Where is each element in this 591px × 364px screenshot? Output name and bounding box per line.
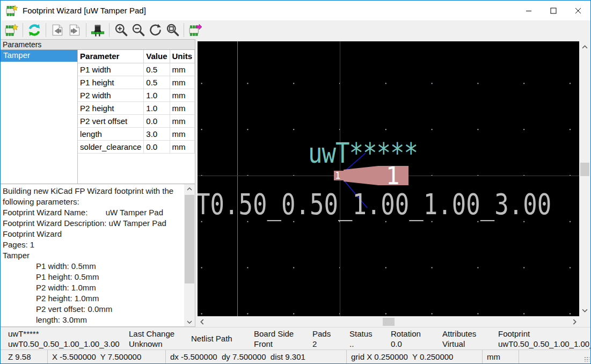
param-value-cell[interactable]: 1.0 [144, 89, 170, 101]
regenerate-footprint-button[interactable] [26, 22, 43, 38]
resize-grip[interactable] [584, 356, 589, 362]
wizard-page-list[interactable]: Tamper [1, 50, 78, 184]
status-field-rotation: Rotation 0.0 [391, 327, 442, 350]
status-field-reference: uwT***** uwT0.50_0.50_1.00_1.00_3.00 [8, 327, 129, 350]
scroll-up-arrow-icon[interactable] [579, 42, 590, 52]
message-line: P2 vert offset: 0.0mm [3, 304, 182, 315]
parameters-body: Tamper Parameter Value Units P1 width 0.… [1, 50, 195, 184]
zoom-fit-icon [165, 23, 180, 37]
scroll-down-arrow-icon[interactable] [184, 317, 194, 326]
footprint-reference-text[interactable]: uwT***** [308, 137, 418, 169]
page-item-tamper[interactable]: Tamper [1, 50, 77, 62]
parameter-table: Parameter Value Units P1 width 0.5 mm P1… [78, 50, 195, 184]
status-label: Rotation [391, 329, 442, 339]
toolbar-separator [46, 23, 46, 37]
left-panel: Parameters Tamper Parameter Value Units … [1, 39, 195, 327]
message-line: Footprint Wizard [3, 229, 182, 239]
scrollbar-thumb[interactable] [383, 318, 395, 326]
table-row: P2 width 1.0 mm [78, 89, 194, 101]
status-label: Board Side [254, 329, 312, 339]
zoom-out-button[interactable] [129, 22, 147, 38]
maximize-button[interactable] [541, 1, 566, 20]
zoom-in-button[interactable] [112, 22, 129, 38]
main-area: Parameters Tamper Parameter Value Units … [1, 39, 590, 327]
scroll-down-arrow-icon[interactable] [579, 306, 590, 315]
param-value-cell[interactable]: 0.0 [144, 114, 170, 127]
scrollbar-thumb[interactable] [185, 195, 194, 283]
preview-area: uwT***** T0.50_0.50_1.00_1.00_3.00 1 1 [195, 39, 590, 327]
status-field-footprint: Footprint uwT0.50_0.50_1.00_1.00_3.00 [498, 327, 590, 350]
toolbar-separator [184, 23, 184, 37]
show-footprint-button[interactable] [89, 22, 106, 38]
message-scrollbar[interactable] [184, 184, 195, 326]
status-zoom: Z 9.58 [1, 350, 48, 363]
title-bar[interactable]: Footprint Wizard [uW Tamper Pad] [1, 1, 590, 20]
status-relative-position: dx -5.500000 dy 7.500000 dist 9.301 [166, 350, 347, 363]
param-name-cell: P1 width [78, 63, 144, 76]
param-value-cell[interactable]: 3.0 [144, 127, 170, 140]
column-header-value: Value [144, 50, 170, 63]
toolbar-separator [23, 23, 23, 37]
canvas-hscrollbar[interactable] [198, 317, 579, 327]
status-value: .. [349, 339, 391, 349]
select-wizard-button[interactable] [3, 22, 20, 38]
message-line: following parameters: [3, 196, 182, 207]
param-value-cell[interactable]: 0.5 [144, 76, 170, 89]
scroll-up-arrow-icon[interactable] [184, 184, 194, 193]
param-units-cell: mm [170, 101, 195, 114]
status-grid: grid X 0.250000 Y 0.250000 [347, 350, 483, 363]
status-field-netlist-path: Netlist Path [191, 327, 254, 350]
zoom-in-icon [114, 23, 128, 37]
status-field-status: Status .. [349, 327, 391, 350]
status-label: Last Change [129, 329, 191, 339]
previous-page-button[interactable] [49, 22, 66, 38]
status-value: uwT0.50_0.50_1.00_1.00_3.00 [498, 339, 590, 349]
minimize-button[interactable] [516, 1, 541, 20]
scrollbar-corner [579, 316, 590, 327]
cursor-status-bar: Z 9.58 X -5.500000 Y 7.500000 dx -5.5000… [1, 350, 590, 363]
scrollbar-thumb[interactable] [580, 163, 589, 176]
param-value-cell[interactable]: 0.5 [144, 63, 170, 76]
param-units-cell: mm [170, 140, 195, 153]
status-label: Footprint [498, 329, 590, 339]
next-page-button[interactable] [66, 22, 83, 38]
zoom-out-icon [131, 23, 145, 37]
status-value: Front [254, 339, 312, 349]
param-value-cell[interactable]: 1.0 [144, 101, 170, 114]
zoom-fit-button[interactable] [164, 22, 181, 38]
message-line: length: 3.0mm [3, 315, 182, 325]
status-field-board-side: Board Side Front [254, 327, 312, 350]
footprint-wizard-window: Footprint Wizard [uW Tamper Pad] [0, 0, 591, 364]
param-units-cell: mm [170, 127, 195, 140]
table-row: P1 width 0.5 mm [78, 63, 194, 76]
export-footprint-icon [188, 23, 202, 37]
param-units-cell: mm [170, 63, 195, 76]
status-field-last-change: Last Change Unknown [129, 327, 191, 350]
scroll-right-arrow-icon[interactable] [570, 317, 579, 327]
param-value-cell[interactable]: 0.0 [144, 140, 170, 153]
message-line: Footprint Wizard Description: uW Tamper … [3, 218, 182, 229]
redraw-view-icon [148, 23, 163, 37]
status-label: Attributes [442, 329, 498, 339]
param-units-cell: mm [170, 76, 195, 89]
message-line: P2 height: 1.0mm [3, 293, 182, 304]
footprint-preview-canvas[interactable]: uwT***** T0.50_0.50_1.00_1.00_3.00 1 1 [198, 41, 579, 316]
status-value: 2 [312, 339, 349, 349]
message-line: P1 width: 0.5mm [3, 261, 182, 272]
message-panel: Building new KiCad FP Wizard footprint w… [1, 184, 195, 326]
canvas-vscrollbar[interactable] [579, 40, 590, 316]
redraw-view-button[interactable] [147, 22, 164, 38]
show-footprint-icon [90, 23, 105, 38]
param-name-cell: solder_clearance [78, 140, 144, 153]
export-footprint-button[interactable] [187, 22, 204, 38]
param-name-cell: length [78, 127, 144, 140]
table-row: solder_clearance 0.0 mm [78, 140, 194, 153]
close-button[interactable] [566, 1, 590, 20]
message-line: Footprint Wizard Name: uW Tamper Pad [3, 207, 182, 218]
window-title: Footprint Wizard [uW Tamper Pad] [23, 6, 146, 15]
scroll-left-arrow-icon[interactable] [198, 317, 207, 327]
param-units-cell: mm [170, 114, 195, 127]
status-label: Status [349, 329, 391, 339]
footprint-value-text[interactable]: T0.50_0.50_1.00_1.00_3.00 [198, 187, 551, 221]
message-text: Building new KiCad FP Wizard footprint w… [3, 186, 182, 325]
